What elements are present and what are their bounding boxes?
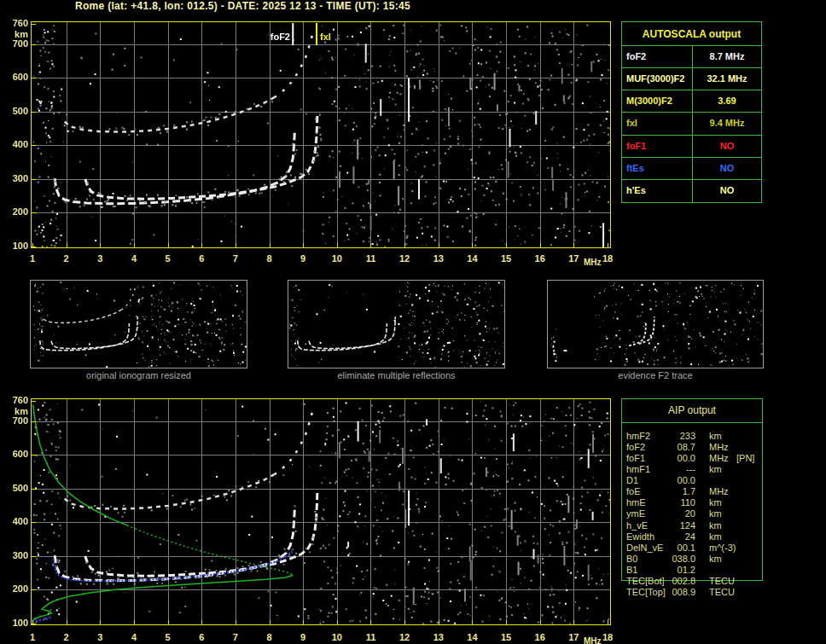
y-tick-label: 600 bbox=[3, 449, 28, 459]
aip-row-b1: B101.2 bbox=[622, 565, 762, 576]
aip-row-value: 00.0 bbox=[648, 453, 695, 463]
aip-row-unit: m^(-3) bbox=[709, 542, 736, 553]
top-ionogram-plot: foF2 fxI bbox=[31, 21, 611, 248]
x-tick-label: 6 bbox=[192, 253, 211, 264]
bottom-ionogram-plot bbox=[31, 398, 611, 625]
autoscala-row-ftes: ftEsNO bbox=[622, 158, 761, 180]
x-tick-label: 6 bbox=[192, 632, 211, 642]
aip-row-unit: MHz bbox=[709, 453, 729, 463]
autoscala-row-value: NO bbox=[693, 180, 761, 202]
autoscala-row-label: h'Es bbox=[622, 180, 693, 202]
aip-row-hme: hmE110km bbox=[622, 497, 762, 508]
autoscala-row-fxi: fxI9.4 MHz bbox=[622, 113, 761, 135]
autoscala-row-label: fxI bbox=[622, 113, 693, 134]
aip-row-unit: km bbox=[709, 464, 722, 474]
aip-row-unit: MHz bbox=[709, 486, 729, 496]
aip-row-foe: foE1.7MHz bbox=[622, 486, 762, 497]
aip-row-hve: h_vE124km bbox=[622, 520, 762, 531]
aip-row-name: ymE bbox=[626, 508, 645, 519]
autoscala-row-value: NO bbox=[693, 158, 761, 179]
y-tick-label: 200 bbox=[3, 206, 28, 217]
aip-row-unit: km bbox=[709, 508, 722, 519]
aip-row-d1: D100.0 bbox=[622, 475, 762, 486]
aip-row-unit: TECU bbox=[709, 576, 735, 586]
autoscala-row-label: foF1 bbox=[622, 136, 693, 157]
x-axis-unit-label: MHz bbox=[584, 636, 602, 644]
aip-row-tectop: TEC[Top]008.9TECU bbox=[622, 587, 762, 598]
thumbnail-caption: eliminate multiple reflections bbox=[288, 370, 505, 380]
y-tick-label: 100 bbox=[3, 618, 28, 628]
aip-row-value: 002.8 bbox=[648, 576, 695, 586]
y-tick-label: 100 bbox=[3, 241, 28, 251]
x-tick-label: 10 bbox=[328, 253, 346, 264]
aip-row-name: foF1 bbox=[626, 453, 645, 463]
thumbnail-eliminate-reflections: eliminate multiple reflections bbox=[288, 280, 505, 368]
x-tick-label: 5 bbox=[159, 632, 177, 642]
autoscala-row-value: NO bbox=[693, 136, 761, 157]
aip-row-value: 008.9 bbox=[648, 587, 695, 597]
aip-row-name: hmE bbox=[626, 497, 646, 508]
x-tick-label: 16 bbox=[531, 632, 550, 642]
y-tick-label: 760 bbox=[3, 395, 28, 405]
autoscala-row-fof1: foF1NO bbox=[622, 136, 761, 158]
aip-row-unit: km bbox=[709, 431, 722, 441]
x-tick-label: 3 bbox=[90, 253, 109, 264]
y-axis-unit-label: km bbox=[3, 29, 28, 39]
aip-row-delnve: DelN_vE00.1m^(-3) bbox=[622, 542, 762, 554]
x-tick-label: 3 bbox=[90, 632, 109, 642]
autoscala-row-value: 8.7 MHz bbox=[693, 46, 761, 67]
aip-row-tecbot: TEC[Bot]002.8TECU bbox=[622, 576, 762, 587]
aip-row-name: B1 bbox=[626, 565, 637, 575]
aip-row-value: 00.1 bbox=[648, 542, 695, 553]
fof2-marker-label: foF2 bbox=[263, 32, 290, 42]
aip-table-header: AIP output bbox=[622, 404, 762, 416]
aip-row-value: 1.7 bbox=[648, 486, 695, 496]
aip-row-b0: B0038.0km bbox=[622, 554, 762, 565]
y-tick-label: 300 bbox=[3, 550, 28, 560]
y-tick-label: 500 bbox=[3, 483, 28, 493]
aip-row-value: --- bbox=[648, 464, 695, 474]
bottom-ionogram-canvas bbox=[31, 398, 611, 625]
autoscala-row-value: 9.4 MHz bbox=[693, 113, 761, 134]
autoscala-row-fof2: foF28.7 MHz bbox=[622, 46, 761, 68]
x-tick-label: 14 bbox=[462, 632, 481, 642]
x-tick-label: 10 bbox=[328, 632, 346, 642]
fxi-marker-label: fxI bbox=[320, 32, 331, 42]
aip-row-unit: km bbox=[709, 531, 722, 542]
x-tick-label: 17 bbox=[564, 632, 583, 642]
x-tick-label: 8 bbox=[260, 632, 279, 642]
aip-row-name: h_vE bbox=[626, 520, 648, 531]
x-tick-label: 16 bbox=[531, 253, 550, 264]
y-tick-label: 500 bbox=[3, 106, 28, 116]
autoscala-table: AUTOSCALA output foF28.7 MHzMUF(3000)F23… bbox=[621, 21, 762, 203]
thumbnail-caption: evidence F2 trace bbox=[547, 370, 764, 380]
thumbnail-caption: original ionogram resized bbox=[30, 370, 247, 380]
autoscala-row-label: M(3000)F2 bbox=[622, 90, 693, 112]
aip-row-value: 08.7 bbox=[648, 442, 695, 452]
x-tick-label: 2 bbox=[57, 253, 76, 264]
aip-row-value: 00.0 bbox=[648, 475, 695, 485]
x-tick-label: 5 bbox=[159, 253, 177, 264]
x-tick-label: 4 bbox=[125, 632, 143, 642]
x-axis-unit-label: MHz bbox=[584, 258, 602, 267]
aip-row-unit: km bbox=[709, 520, 722, 531]
aip-row-value: 01.2 bbox=[648, 565, 695, 575]
aip-row-yme: ymE20km bbox=[622, 508, 762, 519]
aip-row-name: B0 bbox=[626, 554, 637, 564]
y-tick-label: 400 bbox=[3, 139, 28, 149]
aip-row-name: foE bbox=[626, 486, 641, 496]
x-tick-label: 11 bbox=[361, 632, 380, 642]
aip-row-value: 038.0 bbox=[648, 554, 695, 564]
x-tick-label: 1 bbox=[23, 253, 42, 264]
aip-table: AIP output hmF2233kmfoF208.7MHzfoF100.0M… bbox=[621, 398, 763, 581]
thumbnail-canvas-evidence bbox=[547, 280, 764, 368]
aip-row-name: D1 bbox=[626, 475, 638, 485]
autoscala-row-muf3000f2: MUF(3000)F232.1 MHz bbox=[622, 68, 761, 90]
autoscala-row-m3000f2: M(3000)F23.69 bbox=[622, 90, 761, 113]
x-tick-label: 13 bbox=[429, 632, 448, 642]
x-tick-label: 14 bbox=[462, 253, 481, 264]
x-tick-label: 13 bbox=[429, 253, 448, 264]
x-tick-label: 9 bbox=[294, 253, 312, 264]
autoscala-row-hes: h'EsNO bbox=[622, 180, 761, 202]
x-tick-label: 4 bbox=[125, 253, 143, 264]
